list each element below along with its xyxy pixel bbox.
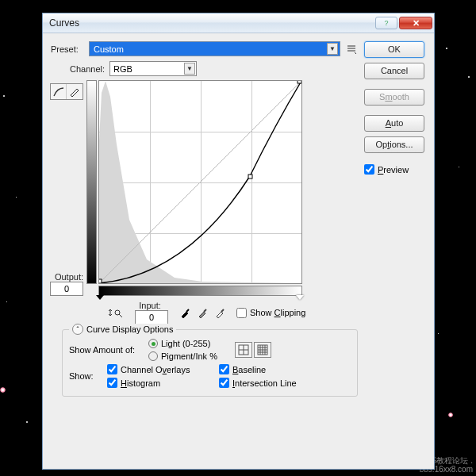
output-gradient	[86, 80, 97, 284]
preview-checkbox[interactable]: Preview	[364, 164, 426, 175]
show-amount-label: Show Amount of:	[69, 345, 142, 355]
white-point-slider[interactable]	[296, 295, 304, 300]
chevron-up-icon: ˆ	[77, 326, 79, 333]
output-field[interactable]: 0	[50, 282, 83, 296]
collapse-button[interactable]: ˆ	[72, 324, 83, 335]
show-clipping-checkbox[interactable]: Show Clipping	[236, 308, 305, 318]
curve-draw-mode	[50, 83, 83, 100]
cancel-button[interactable]: Cancel	[364, 63, 424, 79]
channel-value: RGB	[113, 64, 132, 74]
smooth-button[interactable]: Smooth	[364, 89, 424, 106]
black-point-slider[interactable]	[96, 295, 104, 300]
svg-rect-5	[248, 175, 252, 178]
curves-dialog: Curves ? ✕ Preset: Custom ▼ Channel: RGB	[42, 13, 435, 470]
black-eyedropper[interactable]	[178, 305, 192, 320]
ok-button[interactable]: OK	[364, 41, 424, 58]
auto-button[interactable]: Auto	[364, 115, 424, 132]
input-label: Input:	[135, 301, 165, 310]
chevron-down-icon: ▼	[327, 43, 338, 55]
pencil-curve-tool[interactable]	[67, 84, 83, 99]
curves-graph[interactable]	[98, 80, 302, 284]
input-gradient[interactable]	[98, 286, 302, 296]
close-icon: ✕	[413, 18, 420, 29]
show-label: Show:	[69, 371, 101, 381]
smooth-curve-tool[interactable]	[51, 84, 67, 99]
grid-coarse-button[interactable]	[235, 342, 252, 358]
curve-line	[99, 81, 301, 283]
title-bar[interactable]: Curves ? ✕	[43, 13, 434, 33]
gray-eyedropper[interactable]	[195, 305, 209, 320]
input-field[interactable]: 0	[135, 310, 168, 324]
svg-rect-4	[99, 279, 102, 283]
chevron-down-icon: ▼	[184, 63, 195, 75]
preset-dropdown[interactable]: Custom ▼	[89, 41, 340, 56]
pigment-radio[interactable]: Pigment/Ink %	[148, 351, 217, 361]
white-eyedropper[interactable]	[213, 305, 227, 320]
channel-dropdown[interactable]: RGB ▼	[109, 61, 197, 76]
channel-label: Channel:	[70, 64, 105, 74]
curve-display-options-label: Curve Display Options	[86, 324, 173, 334]
baseline-checkbox[interactable]: Baseline	[219, 364, 297, 374]
intersection-checkbox[interactable]: Intersection Line	[219, 378, 297, 388]
histogram-checkbox[interactable]: Histogram	[107, 378, 214, 388]
light-radio[interactable]: Light (0-255)	[148, 339, 217, 348]
svg-rect-6	[298, 81, 301, 83]
channel-overlays-checkbox[interactable]: Channel Overlays	[107, 364, 214, 374]
preset-value: Custom	[94, 44, 124, 54]
curve-display-options-group: ˆ Curve Display Options Show Amount of: …	[62, 329, 358, 397]
preset-label: Preset:	[51, 44, 84, 54]
preset-menu-button[interactable]	[345, 44, 358, 55]
options-button[interactable]: Options...	[364, 136, 424, 153]
target-adjust-tool[interactable]	[106, 304, 125, 321]
grid-fine-button[interactable]	[254, 342, 271, 358]
help-button[interactable]: ?	[375, 17, 397, 29]
close-button[interactable]: ✕	[399, 17, 432, 29]
window-title: Curves	[49, 17, 374, 29]
output-label: Output:	[50, 272, 83, 282]
